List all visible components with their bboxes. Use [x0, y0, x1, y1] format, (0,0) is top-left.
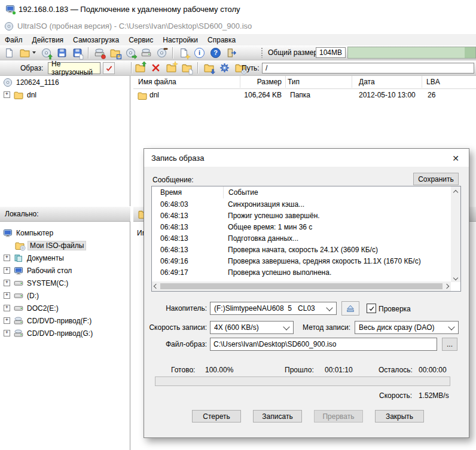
menu-bootable[interactable]: Самозагрузка [68, 36, 124, 44]
write-method-combobox[interactable]: Весь диск сразу (DAO) [355, 321, 459, 334]
make-bootable-icon[interactable] [155, 47, 168, 59]
image-file-field[interactable]: C:\Users\Ivan\Desktop\SD600_900.iso [210, 338, 437, 351]
col-type[interactable]: Тип [288, 78, 300, 86]
boot-status-box: Не загрузочный [48, 62, 100, 74]
drive-combobox[interactable]: (F:)SlimtypeeNAU608 5 CL03 [210, 302, 337, 315]
boot-check-button[interactable] [103, 62, 115, 74]
cd-drive-icon [13, 316, 24, 326]
abort-button[interactable]: Прервать [314, 410, 363, 423]
scroll-left-icon[interactable] [154, 284, 158, 289]
delete-icon[interactable] [149, 62, 162, 74]
expander-icon[interactable]: + [4, 255, 10, 261]
scroll-down-icon[interactable] [453, 275, 458, 280]
expander-icon[interactable]: + [4, 292, 10, 299]
tree-item-drive-c[interactable]: + SYSTEM(C:) [0, 277, 130, 289]
total-size-value: 104MB [316, 47, 346, 58]
local-header-bar: Локально: [0, 206, 130, 222]
extract-cd-icon[interactable] [39, 47, 53, 59]
write-speed-combobox[interactable]: 4X (600 KB/s) [210, 321, 294, 334]
open-dropdown-caret[interactable] [32, 51, 36, 54]
burn-cd-icon[interactable] [93, 47, 106, 59]
iso-folder-node[interactable]: + dnl [0, 88, 130, 101]
save-as-icon[interactable] [71, 47, 84, 59]
menu-actions[interactable]: Действия [28, 36, 69, 44]
tree-item-cddrive-f[interactable]: + CD/DVD-привод(F:) [0, 314, 130, 327]
path-field[interactable]: / [262, 63, 474, 74]
col-lba[interactable]: LBA [426, 78, 440, 86]
local-header-label: Локально: [5, 210, 39, 218]
tree-item-drive-e[interactable]: + DOC2(E:) [0, 302, 130, 314]
menu-options[interactable]: Настройки [158, 36, 203, 44]
new-image-icon[interactable] [2, 47, 16, 59]
mount-virtual-drive-icon[interactable] [108, 47, 121, 59]
menu-file[interactable]: Файл [0, 36, 28, 44]
message-label: Сообщение: [152, 176, 194, 184]
tree-label: CD/DVD-привод(F:) [27, 317, 91, 325]
erase-button[interactable]: Стереть [192, 410, 241, 423]
elapsed-value: 00:01:10 [325, 366, 353, 374]
documents-icon [13, 253, 24, 263]
log-row: 06:48:13Подготовка данных... [152, 232, 460, 244]
tree-label: Документы [27, 254, 64, 262]
toolbar-separator [88, 47, 89, 59]
verify-label[interactable]: Проверка [379, 305, 411, 313]
col-date[interactable]: Дата [359, 78, 375, 86]
scroll-up-icon[interactable] [453, 190, 458, 195]
col-name[interactable]: Имя файла [138, 78, 176, 86]
scroll-right-icon[interactable] [444, 284, 449, 289]
expander-icon[interactable]: + [4, 305, 10, 311]
log-header: Время Событие [152, 186, 460, 198]
menu-help[interactable]: Справка [203, 36, 240, 44]
expander-icon[interactable]: + [4, 280, 10, 286]
new-folder-icon[interactable] [164, 62, 178, 74]
import-folder-icon[interactable] [202, 62, 215, 74]
tree-item-computer[interactable]: Компьютер [0, 226, 130, 239]
tree-item-cddrive-g[interactable]: + CD/DVD-привод(G:) [0, 327, 130, 339]
help-icon[interactable]: ? [210, 48, 221, 58]
scrollbar-thumb[interactable] [160, 283, 443, 289]
save-icon[interactable] [55, 47, 68, 59]
expander-icon[interactable]: + [4, 267, 10, 274]
remaining-value: 00:00:00 [419, 366, 447, 374]
save-log-button[interactable]: Сохранить [413, 173, 459, 185]
log-col-event[interactable]: Событие [224, 188, 258, 197]
file-date: 2012-05-10 13:00 [359, 91, 416, 99]
vertical-scrollbar[interactable] [451, 186, 460, 282]
log-col-time[interactable]: Время [152, 186, 224, 198]
menu-tools[interactable]: Сервис [124, 36, 158, 44]
extract-folder-icon[interactable] [133, 62, 147, 74]
close-icon[interactable]: ✕ [450, 152, 462, 164]
verify-checkbox[interactable] [367, 304, 376, 313]
iso-root-node[interactable]: 120624_1116 [0, 76, 130, 88]
exit-icon[interactable] [225, 47, 238, 59]
main-toolbar: i ? Общий размер: 104MB [0, 45, 476, 60]
tree-item-documents[interactable]: + Документы [0, 252, 130, 264]
folder-properties-icon[interactable] [180, 62, 193, 74]
make-cd-image-icon[interactable] [124, 47, 137, 59]
info-icon[interactable]: i [194, 48, 205, 58]
toolbar-separator [197, 62, 198, 74]
eject-button[interactable] [341, 301, 359, 316]
tree-item-my-iso-files[interactable]: Мои ISO-файлы [0, 239, 130, 252]
expander-icon[interactable]: + [4, 330, 10, 336]
menubar: Файл Действия Самозагрузка Сервис Настро… [0, 34, 476, 45]
log-list[interactable]: Время Событие 06:48:03Синхронизация кэша… [151, 186, 461, 292]
rdp-title: 192.168.0.183 — Подключение к удаленному… [19, 5, 240, 14]
rate-label: Скорость: [379, 391, 412, 400]
write-button[interactable]: Записать [253, 410, 302, 423]
browse-button[interactable]: ... [442, 338, 457, 351]
burn-image-dialog: Запись образа ✕ Сообщение: Сохранить Вре… [144, 148, 469, 438]
settings-gear-icon[interactable] [218, 62, 231, 74]
close-button[interactable]: Закрыть [375, 410, 424, 423]
col-size[interactable]: Размер [223, 78, 282, 86]
tree-item-desktop[interactable]: + Рабочий стол [0, 264, 130, 277]
checklist-icon[interactable] [177, 47, 190, 59]
expander-icon[interactable]: + [4, 91, 10, 98]
open-image-icon[interactable] [18, 47, 31, 59]
tree-label: SYSTEM(C:) [27, 279, 68, 287]
horizontal-scrollbar[interactable] [152, 281, 451, 291]
file-row-dnl[interactable]: dnl 106,264 KB Папка 2012-05-10 13:00 26 [133, 89, 476, 102]
expander-icon[interactable]: + [4, 317, 10, 324]
tree-item-drive-d[interactable]: + (D:) [0, 289, 130, 302]
burn-cd-image-icon[interactable] [139, 47, 152, 59]
